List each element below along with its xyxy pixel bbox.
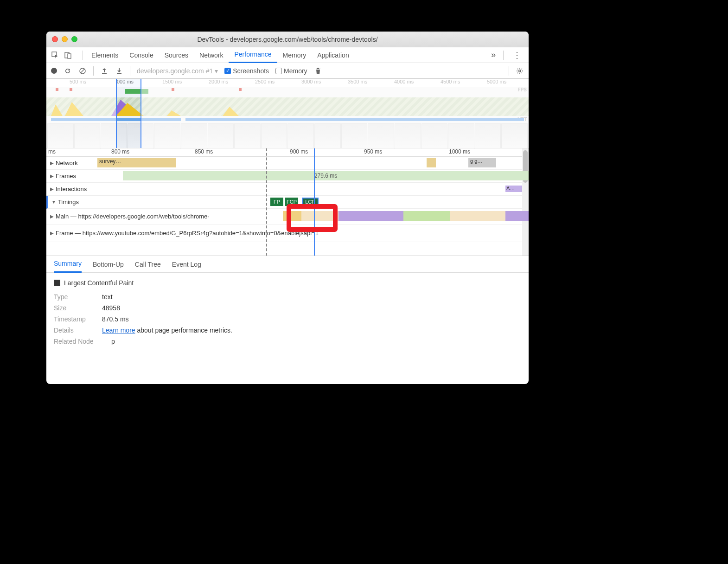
gear-icon[interactable] (516, 67, 524, 75)
overview-selection[interactable] (116, 79, 141, 148)
details-tabs: Summary Bottom-Up Call Tree Event Log (46, 256, 529, 273)
checkbox-checked-icon: ✓ (224, 68, 231, 74)
row-frame[interactable]: ▶ Frame — https://www.youtube.com/embed/… (46, 224, 529, 242)
network-entry-gg[interactable]: g g… (468, 158, 496, 167)
network-entry-small[interactable] (427, 158, 436, 167)
row-interactions[interactable]: ▶ Interactions A… (46, 183, 529, 196)
trash-icon[interactable] (314, 67, 322, 75)
scrollbar[interactable] (522, 148, 529, 256)
timing-fcp-marker[interactable]: FCP (285, 198, 298, 206)
screenshots-checkbox[interactable]: ✓ Screenshots (224, 67, 269, 75)
tick: 4000 ms (394, 79, 414, 84)
svg-marker-6 (51, 104, 63, 116)
checkbox-unchecked-icon (275, 68, 282, 74)
a-label: A… (506, 186, 515, 191)
kebab-menu-icon[interactable]: ⋮ (509, 50, 525, 60)
clear-icon[interactable] (78, 67, 87, 75)
details-body: Largest Contentful Paint Type text Size … (46, 273, 529, 355)
upload-icon[interactable] (100, 67, 109, 75)
fp-label: FP (274, 199, 280, 205)
tick: 2500 ms (255, 79, 275, 84)
field-label: Type (54, 293, 96, 301)
dtab-bottomup[interactable]: Bottom-Up (93, 256, 124, 273)
screenshot-thumb (448, 123, 474, 148)
tick: 3500 ms (348, 79, 367, 84)
tick: 500 ms (70, 79, 86, 84)
field-type: Type text (54, 293, 521, 301)
row-network[interactable]: ▶ Network survey… g g… (46, 157, 529, 170)
recording-dropdown-label: developers.google.com #1 (137, 67, 213, 75)
field-details: Details Learn more about page performanc… (54, 327, 521, 334)
details-pane: Summary Bottom-Up Call Tree Event Log La… (46, 256, 529, 355)
tab-memory[interactable]: Memory (277, 47, 312, 63)
tick: 3000 ms (301, 79, 321, 84)
row-timings[interactable]: ▼ Timings FP FCP LCP (46, 196, 529, 209)
recording-dropdown[interactable]: developers.google.com #1▾ (137, 67, 218, 75)
screenshot-thumb (208, 123, 234, 148)
screenshot-thumb (501, 123, 528, 148)
dtab-eventlog[interactable]: Event Log (172, 256, 201, 273)
minimize-window-button[interactable] (62, 36, 68, 42)
tabs-overflow-icon[interactable]: » (486, 50, 500, 60)
interaction-entry[interactable]: A… (505, 186, 524, 192)
event-color-swatch (54, 280, 60, 286)
separator (83, 51, 83, 60)
row-label: Frame — https://www.youtube.com/embed/G_… (56, 230, 319, 237)
tab-sources[interactable]: Sources (159, 47, 194, 63)
field-label: Related Node (54, 338, 105, 345)
device-toolbar-icon[interactable] (63, 50, 73, 60)
timing-lcp-marker[interactable]: LCP (302, 198, 319, 206)
tab-console[interactable]: Console (124, 47, 159, 63)
row-main[interactable]: ▶ Main — https://developers.google.com/w… (46, 209, 529, 224)
learn-more-link[interactable]: Learn more (102, 327, 135, 334)
reload-icon[interactable] (64, 67, 72, 75)
timing-fp-marker[interactable]: FP (270, 198, 283, 206)
flamechart[interactable]: ms 800 ms 850 ms 900 ms 950 ms 1000 ms ▶… (46, 148, 529, 256)
network-entry[interactable]: survey… (97, 158, 176, 167)
main-thread-trace[interactable] (283, 211, 529, 221)
disclosure-right-icon: ▶ (50, 231, 54, 236)
tab-network[interactable]: Network (194, 47, 229, 63)
screenshot-thumb (395, 123, 421, 148)
tick: 850 ms (195, 148, 213, 155)
tab-elements[interactable]: Elements (86, 47, 124, 63)
field-value: 870.5 ms (102, 315, 129, 323)
field-timestamp: Timestamp 870.5 ms (54, 315, 521, 323)
screenshot-thumb (261, 123, 287, 148)
playhead[interactable] (314, 148, 315, 256)
disclosure-right-icon: ▶ (50, 173, 54, 179)
tick: 5000 ms (487, 79, 506, 84)
download-icon[interactable] (115, 67, 123, 75)
disclosure-down-icon: ▼ (51, 199, 56, 205)
timeline-overview[interactable]: 500 ms 000 ms 1500 ms 2000 ms 2500 ms 30… (46, 79, 529, 148)
row-frames[interactable]: ▶ Frames 279.6 ms (46, 170, 529, 183)
memory-checkbox[interactable]: Memory (275, 67, 307, 75)
row-label: Main — https://developers.google.com/web… (56, 213, 210, 220)
separator (503, 51, 504, 60)
window-controls (52, 36, 77, 42)
disclosure-right-icon: ▶ (50, 160, 54, 166)
hover-marker (266, 148, 267, 256)
flamechart-ruler: ms 800 ms 850 ms 900 ms 950 ms 1000 ms (46, 148, 529, 157)
tick: 4500 ms (441, 79, 460, 84)
field-value[interactable]: p (111, 338, 115, 345)
devtools-tabbar: Elements Console Sources Network Perform… (46, 47, 529, 63)
tick: 1500 ms (162, 79, 182, 84)
frame-entry[interactable]: 279.6 ms (123, 171, 529, 180)
close-window-button[interactable] (52, 36, 58, 42)
row-label: Frames (56, 173, 76, 179)
tab-performance[interactable]: Performance (229, 47, 277, 63)
svg-point-5 (519, 70, 521, 71)
screenshot-thumb (314, 123, 341, 148)
fcp-label: FCP (287, 199, 297, 205)
memory-label: Memory (284, 67, 307, 75)
tick: 800 ms (111, 148, 129, 155)
tab-application[interactable]: Application (312, 47, 355, 63)
separator (509, 66, 509, 76)
dtab-calltree[interactable]: Call Tree (135, 256, 161, 273)
record-button[interactable] (51, 68, 57, 74)
screenshot-thumb (287, 123, 314, 148)
inspect-element-icon[interactable] (50, 50, 60, 60)
zoom-window-button[interactable] (71, 36, 77, 42)
dtab-summary[interactable]: Summary (54, 256, 82, 273)
